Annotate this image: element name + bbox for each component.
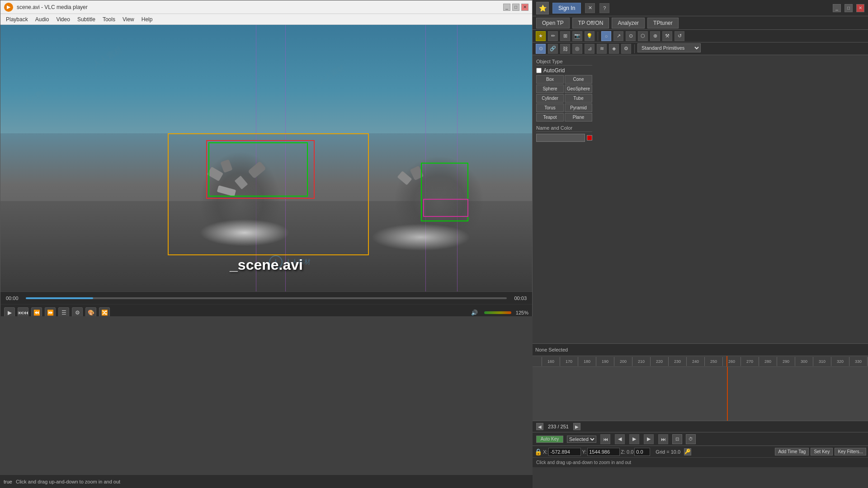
geosphere-btn[interactable]: GeoSphere	[565, 84, 592, 93]
timeline-nav: ◀ 233 / 251 ▶	[533, 421, 868, 432]
icon-camera[interactable]: 📷	[572, 31, 582, 41]
icon-connect[interactable]: ⊕	[650, 31, 660, 41]
progress-bar[interactable]	[26, 297, 507, 299]
menu-view[interactable]: View	[119, 15, 138, 23]
icon-motion[interactable]: ≋	[597, 44, 607, 54]
autogrid-label: AutoGrid	[543, 67, 565, 74]
plane-btn[interactable]: Plane	[565, 113, 592, 122]
ruler-mark-290: 290	[777, 357, 795, 366]
topbar-help-btn[interactable]: ?	[599, 3, 609, 13]
torus-btn[interactable]: Torus	[536, 103, 564, 112]
progress-fill	[26, 297, 93, 299]
icon-cursor[interactable]: ↗	[613, 31, 623, 41]
menu-audio[interactable]: Audio	[32, 15, 53, 23]
autogrid-checkbox[interactable]	[536, 68, 542, 73]
max-toolbar2: Open TP TP Off/ON Analyzer TPtuner	[533, 16, 868, 30]
tptuner-btn[interactable]: TPtuner	[647, 18, 679, 28]
cylinder-btn[interactable]: Cylinder	[536, 94, 564, 103]
max-minimize-btn[interactable]: _	[833, 4, 841, 12]
timeline-track[interactable]	[533, 367, 868, 421]
bottom-hint: Click and drag up-and-down to zoom in an…	[16, 479, 120, 484]
analyzer-btn[interactable]: Analyzer	[612, 18, 645, 28]
menu-help[interactable]: Help	[138, 15, 156, 23]
sep1	[598, 32, 598, 41]
icon-bind[interactable]: ◎	[572, 44, 582, 54]
box-btn[interactable]: Box	[536, 75, 564, 84]
icon-modify[interactable]: ⚒	[662, 31, 672, 41]
icon-display[interactable]: ◈	[609, 44, 619, 54]
vlc-titlebar: ▶ scene.avi - VLC media player _ □ ✕	[0, 0, 532, 14]
y-input[interactable]	[587, 448, 620, 456]
teapot-btn[interactable]: Teapot	[536, 113, 564, 122]
vlc-close-btn[interactable]: ✕	[521, 4, 528, 11]
sphere-btn[interactable]: Sphere	[536, 84, 564, 93]
anim-end-btn[interactable]: ⏭	[658, 434, 668, 444]
icon-light[interactable]: 💡	[585, 31, 594, 41]
name-color-section: Name and Color	[536, 125, 592, 142]
icon-unlink[interactable]: ⛓	[560, 44, 570, 54]
icon-utility[interactable]: ⚙	[621, 44, 631, 54]
menu-playback[interactable]: Playback	[2, 15, 32, 23]
menu-subtitle[interactable]: Subtitle	[74, 15, 99, 23]
ruler-mark-180: 180	[578, 357, 596, 366]
splash-right	[371, 224, 471, 251]
btn-row-5: Teapot Plane	[536, 113, 592, 122]
menu-tools[interactable]: Tools	[99, 15, 119, 23]
key-mode-select[interactable]: Selected	[567, 436, 596, 443]
z-input[interactable]	[634, 448, 650, 456]
color-swatch[interactable]	[587, 135, 592, 141]
icon-magnet[interactable]: ⊙	[626, 31, 636, 41]
ruler-mark-280: 280	[759, 357, 777, 366]
btn-row-3: Cylinder Tube	[536, 94, 592, 103]
icon-star[interactable]: ★	[536, 31, 546, 41]
max-maximize-btn[interactable]: □	[844, 4, 853, 12]
anim-start-btn[interactable]: ⏮	[600, 434, 610, 444]
ruler-mark-200: 200	[614, 357, 632, 366]
key-icon[interactable]: 🔑	[684, 448, 691, 455]
time-config-btn[interactable]: ⏱	[686, 434, 696, 444]
icon-refresh[interactable]: ↺	[675, 31, 684, 41]
topbar-x-btn[interactable]: ✕	[585, 3, 595, 13]
cone-btn[interactable]: Cone	[565, 75, 592, 84]
vlc-minimize-btn[interactable]: _	[503, 4, 510, 11]
vlc-blank-area	[0, 316, 533, 488]
add-time-tag-btn[interactable]: Add Time Tag	[775, 448, 809, 455]
sep2	[634, 44, 635, 53]
anim-play-btn[interactable]: ▶	[629, 434, 639, 444]
icon-select[interactable]: ⊙	[536, 44, 546, 54]
tube-btn[interactable]: Tube	[565, 94, 592, 103]
volume-bar[interactable]	[484, 311, 511, 314]
icon-3d[interactable]: ⬡	[638, 31, 648, 41]
vlc-menubar: Playback Audio Video Subtitle Tools View…	[0, 14, 532, 25]
pyramid-btn[interactable]: Pyramid	[565, 103, 592, 112]
icon-sphere-active[interactable]: ○	[601, 31, 611, 41]
nav-left-btn[interactable]: ◀	[536, 423, 543, 430]
icon-link[interactable]: 🔗	[548, 44, 558, 54]
name-input-field[interactable]	[536, 134, 585, 142]
max-icon-1[interactable]: ⭐	[536, 2, 549, 14]
max-close-btn[interactable]: ✕	[856, 4, 864, 12]
ruler-mark-250: 250	[704, 357, 722, 366]
volume-pct: 125%	[516, 310, 528, 315]
icon-pencil[interactable]: ✏	[548, 31, 558, 41]
open-tp-btn[interactable]: Open TP	[536, 18, 570, 28]
sign-in-btn[interactable]: Sign In	[552, 3, 581, 14]
ruler-mark-260: 260	[722, 357, 741, 366]
tp-off-on-btn[interactable]: TP Off/ON	[572, 18, 609, 28]
anim-next-btn[interactable]: ▶	[644, 434, 654, 444]
set-key-btn[interactable]: Set Key	[811, 448, 833, 455]
key-filters-btn[interactable]: Key Filters...	[835, 448, 866, 455]
anim-mode-btn[interactable]: ⊡	[672, 434, 682, 444]
icon-grid[interactable]: ⊞	[560, 31, 570, 41]
primitives-dropdown[interactable]: Standard Primitives	[637, 43, 701, 52]
nav-right-btn[interactable]: ▶	[573, 423, 580, 430]
anim-prev-btn[interactable]: ◀	[615, 434, 625, 444]
selection-pink	[423, 199, 468, 217]
icon-hierarchy[interactable]: ⊿	[585, 44, 594, 54]
grid-display: Grid = 10.0	[656, 449, 680, 455]
autokey-btn[interactable]: Auto Key	[536, 436, 563, 443]
ruler-mark-320: 320	[831, 357, 849, 366]
menu-video[interactable]: Video	[52, 15, 73, 23]
vlc-maximize-btn[interactable]: □	[512, 4, 519, 11]
x-input[interactable]	[548, 448, 581, 456]
